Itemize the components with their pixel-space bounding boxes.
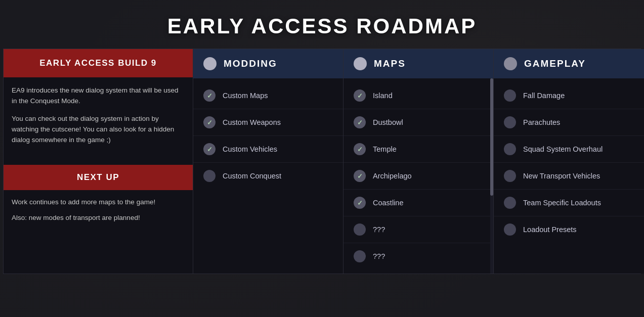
next-up-header: NEXT UP [4,165,193,190]
build-desc-2: You can check out the dialog system in a… [12,114,185,146]
build-body: EA9 introduces the new dialog system tha… [4,77,193,161]
item-label: Team Specific Loadouts [523,199,601,207]
modding-header: MODDING [193,49,343,78]
check-icon [203,89,216,102]
col-info: EARLY ACCESS BUILD 9 EA9 introduces the … [4,49,193,274]
item-label: Custom Vehicles [223,145,277,153]
maps-items: Island Dustbowl Temple Archipelago Coast… [344,78,493,274]
item-label: Coastline [373,199,403,207]
item-label: Parachutes [523,118,560,126]
check-icon [354,197,366,209]
build-desc-1: EA9 introduces the new dialog system tha… [12,85,185,107]
roadmap-grid: EARLY ACCESS BUILD 9 EA9 introduces the … [3,49,641,274]
gameplay-items: Fall Damage Parachutes Squad System Over… [494,78,644,247]
next-up-desc-1: Work continues to add more maps to the g… [12,197,185,208]
item-label: Island [373,92,393,100]
list-item: Coastline [344,190,493,216]
modding-title: MODDING [224,58,277,69]
maps-items-container: Island Dustbowl Temple Archipelago Coast… [344,78,493,274]
check-icon [354,89,366,102]
item-label: ??? [373,225,385,234]
check-icon [354,170,366,182]
item-label: Temple [373,145,397,153]
item-label: New Transport Vehicles [523,172,600,180]
maps-title: MAPS [374,58,406,69]
item-label: Loadout Presets [523,225,577,234]
list-item: Temple [344,136,493,163]
check-icon [203,143,216,155]
scrollbar-thumb[interactable] [490,78,493,196]
list-item: Parachutes [494,109,644,136]
gameplay-icon [504,57,517,70]
item-label: Fall Damage [523,92,565,100]
scrollbar-track[interactable] [490,78,493,274]
item-label: Dustbowl [373,118,403,126]
item-label: Custom Conquest [223,172,281,180]
item-label: Custom Maps [223,92,268,100]
next-up-desc-2: Also: new modes of transport are planned… [12,213,185,223]
list-item: Team Specific Loadouts [494,190,644,216]
gameplay-header: GAMEPLAY [494,49,644,78]
list-item: ??? [344,243,493,269]
uncheck-icon [504,116,516,128]
col-modding: MODDING Custom Maps Custom Weapons Custo… [193,49,344,274]
next-up-body: Work continues to add more maps to the g… [4,190,193,236]
maps-icon [354,57,367,70]
item-label: Squad System Overhaul [523,145,603,153]
check-icon [354,143,366,155]
build-title: EARLY ACCESS BUILD 9 [14,58,183,68]
modding-icon [203,57,217,70]
item-label: ??? [373,252,385,260]
uncheck-icon [504,197,516,209]
uncheck-icon [504,143,516,155]
list-item: Squad System Overhaul [494,136,644,163]
list-item: Custom Weapons [193,109,343,136]
gameplay-title: GAMEPLAY [524,58,586,69]
build-header: EARLY ACCESS BUILD 9 [4,49,193,77]
list-item: Custom Maps [193,82,343,109]
list-item: Custom Conquest [193,163,343,189]
col-maps: MAPS Island Dustbowl Temple Archipel [344,49,494,274]
list-item: Archipelago [344,163,493,190]
list-item: Island [344,82,493,109]
list-item: ??? [344,216,493,243]
uncheck-icon [504,170,516,182]
maps-header: MAPS [344,49,493,78]
next-up-title: NEXT UP [14,172,183,183]
page-title: EARLY ACCESS ROADMAP [0,0,644,49]
uncheck-icon [354,223,366,236]
uncheck-icon [504,89,516,102]
uncheck-icon [354,250,366,262]
list-item: Custom Vehicles [193,136,343,163]
uncheck-icon [504,223,516,236]
list-item: Loadout Presets [494,216,644,243]
check-icon [354,116,366,128]
list-item: Fall Damage [494,82,644,109]
col-gameplay: GAMEPLAY Fall Damage Parachutes Squad Sy… [494,49,644,274]
uncheck-icon [203,170,216,182]
modding-items: Custom Maps Custom Weapons Custom Vehicl… [193,78,343,193]
item-label: Archipelago [373,172,412,180]
list-item: New Transport Vehicles [494,163,644,190]
list-item: Dustbowl [344,109,493,136]
item-label: Custom Weapons [223,118,281,126]
check-icon [203,116,216,128]
